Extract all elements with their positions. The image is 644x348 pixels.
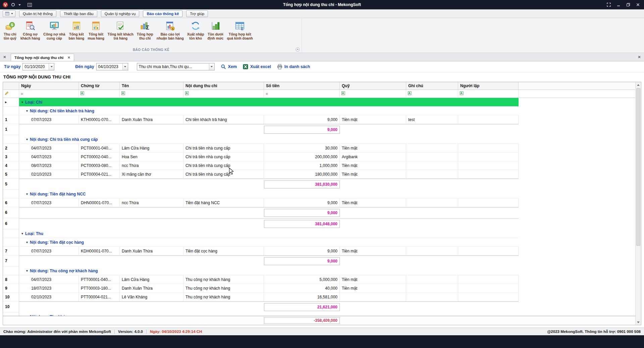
cell-doc[interactable]: PTT00004-021... <box>79 293 120 301</box>
cell-doc[interactable]: PCT00003-080... <box>79 161 120 170</box>
cell-fund[interactable]: Tiền mặt <box>340 144 406 153</box>
cell-date[interactable]: 07/07/2023 <box>19 115 79 124</box>
cell-content[interactable]: Chi trả tiền nhà cung cấp <box>183 161 264 170</box>
cell-fund[interactable]: Argibank <box>340 153 406 161</box>
type-filter-dropdown-button[interactable] <box>209 63 214 70</box>
grid-column-header[interactable]: Nội dung thu chi <box>183 82 264 90</box>
grid-column-header[interactable]: Ghi chú <box>406 82 458 90</box>
cell-note[interactable]: test <box>406 115 458 124</box>
cell-doc[interactable]: PCT00002-040... <box>79 153 120 161</box>
view-button[interactable]: Xem <box>221 64 237 69</box>
cell-name[interactable]: Lâm Cửa Hàng <box>120 144 183 153</box>
cell-fund[interactable]: Tiền mặt <box>340 247 406 255</box>
cell-creator[interactable] <box>458 198 519 207</box>
cell-doc[interactable]: DHN00001-070... <box>79 198 120 207</box>
data-row[interactable]: 1002/10/2023PTT00004-021...Lê Văn KhángT… <box>3 293 519 301</box>
cell-amount[interactable]: 5,000,000 <box>264 275 340 284</box>
cell-amount[interactable]: 200,000,000 <box>264 153 340 161</box>
data-row[interactable]: 707/07/2023KDH00001-070...Danh Xuân Thừa… <box>3 247 519 255</box>
ribbon-button-10[interactable]: Tồn dưới định mức <box>206 19 225 47</box>
minimize-icon[interactable] <box>616 3 621 7</box>
subgroup-row[interactable]: ▾Nội dung: Thu khác <box>3 312 519 316</box>
subgroup-row[interactable]: ▾Nội dung: Tiền đặt cọc hàng <box>3 238 519 247</box>
cell-creator[interactable] <box>458 115 519 124</box>
type-filter-select[interactable]: Thu chi mua bán,Thu chi qu... <box>137 63 215 70</box>
cell-name[interactable]: Danh Xuân Thừa <box>120 284 183 293</box>
cell-note[interactable] <box>406 275 458 284</box>
cell-date[interactable]: 08/07/2023 <box>19 161 79 170</box>
filter-cell[interactable] <box>458 90 519 98</box>
subgroup-row[interactable]: ▾Nội dung: Tiền đặt hàng NCC <box>3 190 519 198</box>
collapse-arrow-icon[interactable]: ▾ <box>21 232 23 235</box>
ribbon-tab-2[interactable]: Thiết lập ban đầu <box>60 10 97 17</box>
collapse-arrow-icon[interactable]: ▾ <box>26 269 28 273</box>
cell-fund[interactable]: Tiền mặt <box>340 161 406 170</box>
filter-cell[interactable] <box>340 90 406 98</box>
close-tab-button-left[interactable] <box>0 53 9 61</box>
cell-name[interactable]: Xi măng cần thơ <box>120 170 183 179</box>
close-window-icon[interactable] <box>636 3 640 7</box>
cell-name[interactable]: Danh Xuân Thừa <box>120 247 183 255</box>
data-row[interactable]: 804/07/2023PTT00001-040...Lâm Cửa HàngTh… <box>3 275 519 284</box>
close-tab-button-right[interactable] <box>635 53 644 61</box>
cell-name[interactable]: Danh Xuân Thừa <box>120 115 183 124</box>
cell-date[interactable]: 04/07/2023 <box>19 144 79 153</box>
cell-content[interactable]: Tiền đặt cọc hàng <box>183 247 264 255</box>
cell-amount[interactable]: 16,581,000 <box>264 293 340 301</box>
cell-fund[interactable]: Tiền mặt <box>340 284 406 293</box>
customize-toolbar-icon[interactable] <box>28 3 32 7</box>
cell-note[interactable] <box>406 247 458 255</box>
cell-fund[interactable]: Tiền mặt <box>340 115 406 124</box>
collapse-arrow-icon[interactable]: ▾ <box>26 315 28 316</box>
grid-column-header[interactable]: Quỹ <box>340 82 406 90</box>
ribbon-button-3[interactable]: Công nợ nhà cung cấp <box>42 19 67 47</box>
grid-column-header[interactable]: Số tiền <box>264 82 340 90</box>
subgroup-row[interactable]: ▾Nội dung: Thu công nợ khách hàng <box>3 267 519 275</box>
collapse-arrow-icon[interactable]: ▾ <box>26 109 28 113</box>
data-row[interactable]: 918/07/2023PTT00003-180...Danh Xuân Thừa… <box>3 284 519 293</box>
print-button[interactable]: In danh sách <box>277 64 310 69</box>
cell-note[interactable] <box>406 284 458 293</box>
quick-access-caret-icon[interactable] <box>18 3 21 6</box>
filter-cell[interactable]: = <box>264 90 340 98</box>
filter-cell[interactable] <box>79 90 120 98</box>
cell-date[interactable]: 07/07/2023 <box>19 247 79 255</box>
to-date-input[interactable]: 04/10/2023 <box>96 63 128 70</box>
cell-doc[interactable]: KTH00001-070... <box>79 115 120 124</box>
cell-date[interactable]: 02/10/2023 <box>19 293 79 301</box>
cell-date[interactable]: 04/07/2023 <box>19 275 79 284</box>
cell-content[interactable]: Tiền đặt hàng NCC <box>183 198 264 207</box>
subgroup-row[interactable]: ▾Nội dung: Chi tiền khách trả hàng <box>3 107 519 115</box>
cell-name[interactable]: ncc Thừa <box>120 198 183 207</box>
data-row[interactable]: 204/07/2023PCT00001-040...Lâm Cửa HàngCh… <box>3 144 519 153</box>
filter-cell[interactable]: = <box>19 90 79 98</box>
ribbon-button-4[interactable]: Tổng kết bán hàng <box>67 19 86 47</box>
cell-content[interactable]: Thu công nợ khách hàng <box>183 284 264 293</box>
ribbon-tab-3[interactable]: Quản lý nghiệp vụ <box>101 10 140 17</box>
ribbon-button-5[interactable]: Tổng kết mua hàng <box>86 19 106 47</box>
cell-note[interactable] <box>406 170 458 179</box>
collapse-arrow-icon[interactable]: ▾ <box>26 240 28 244</box>
cell-date[interactable]: 02/10/2023 <box>19 170 79 179</box>
ribbon-tab-5[interactable]: Trợ giúp <box>186 10 208 17</box>
cell-creator[interactable] <box>458 284 519 293</box>
group-row[interactable]: ▾Loại: Thu <box>3 229 519 238</box>
vertical-scrollbar[interactable] <box>635 82 641 325</box>
cell-doc[interactable]: PCT00004-021... <box>79 170 120 179</box>
cell-doc[interactable]: PTT00001-040... <box>79 275 120 284</box>
cell-content[interactable]: Thu công nợ khách hàng <box>183 275 264 284</box>
cell-content[interactable]: Chi trả tiền nhà cung cấp <box>183 144 264 153</box>
cell-fund[interactable] <box>340 293 406 301</box>
cell-name[interactable]: ncc Thừa <box>120 161 183 170</box>
cell-creator[interactable] <box>458 144 519 153</box>
cell-content[interactable]: Chi trả tiền nhà cung cấp <box>183 153 264 161</box>
cell-amount[interactable]: 9,000 <box>264 115 340 124</box>
subgroup-row[interactable]: ▾Nội dung: Chi trả tiền nhà cung cấp <box>3 135 519 144</box>
cell-date[interactable]: 18/07/2023 <box>19 284 79 293</box>
ribbon-button-2[interactable]: Công nợ khách hàng <box>19 19 42 47</box>
cell-amount[interactable]: 1,000,000 <box>264 161 340 170</box>
data-row[interactable]: 107/07/2023KTH00001-070...Danh Xuân Thừa… <box>3 115 519 124</box>
cell-note[interactable] <box>406 153 458 161</box>
ribbon-button-9[interactable]: Xuất nhập tồn kho <box>185 19 206 47</box>
data-row[interactable]: 607/07/2023DHN00001-070...ncc ThừaTiền đ… <box>3 198 519 207</box>
